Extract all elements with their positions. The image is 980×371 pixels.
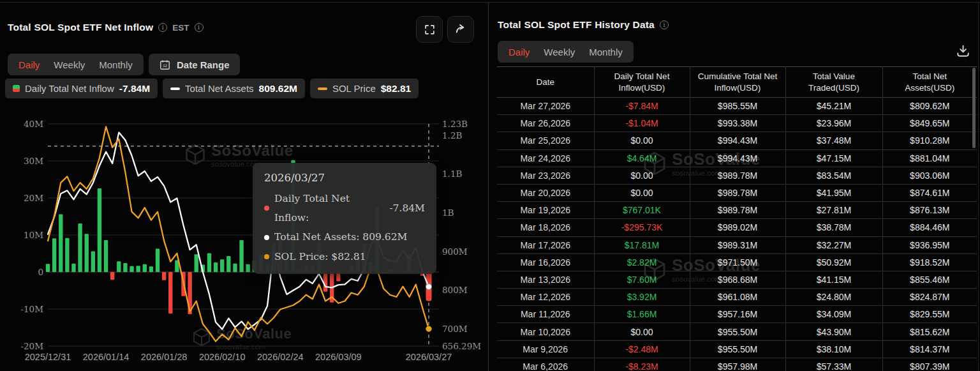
right-axis-tick: 800M [442,285,468,295]
download-icon [955,43,971,59]
cumulative-cell: $957.98M [690,358,785,371]
date-cell: Mar 9,2026 [497,340,594,358]
calendar-icon: 12 [159,59,171,71]
date-cell: Mar 26,2026 [497,115,594,132]
inflow-bar [149,266,153,272]
inflow-cell: $7.60M [594,271,690,288]
assets-cell: $874.61M [882,184,977,201]
traded-cell: $37.48M [785,132,882,149]
cumulative-cell: $985.55M [690,98,785,115]
inflow-bar [123,263,127,272]
legend-item-price[interactable]: SOL Price $82.81 [310,79,419,98]
table-row: Mar 19,2026$767.01K$989.78M$27.81M$876.1… [497,202,977,219]
inflow-bar [239,240,243,272]
assets-cell: $910.28M [882,132,977,149]
download-button[interactable] [955,43,971,61]
inflow-bar [323,272,327,292]
cumulative-cell: $989.78M [690,167,785,184]
timezone-info-icon[interactable]: i [195,23,204,32]
inflow-bar [130,266,133,272]
date-cell: Mar 10,2026 [497,323,594,340]
assets-cell: $807.39M [882,358,977,371]
inflow-bar [59,215,63,272]
inflow-cell: $0.00 [594,167,690,184]
page-title: Total SOL Spot ETF Net Inflow [8,22,153,33]
net-inflow-panel: Total SOL Spot ETF Net Inflow i EST i Da… [0,3,488,371]
share-icon [454,23,467,36]
date-cell: Mar 12,2026 [497,289,594,306]
assets-cell: $876.13M [882,202,977,219]
table-row: Mar 13,2026$7.60M$968.68M$41.15M$855.46M [497,271,977,288]
cumulative-cell: $989.02M [690,219,785,236]
left-axis-tick: 10M [24,230,43,240]
right-panel-header: Total SOL Spot ETF History Data i [498,19,669,31]
fullscreen-button[interactable] [416,16,443,43]
tooltip-row: Total Net Assets: 809.62M [264,227,425,246]
assets-cell: $809.62M [882,98,977,115]
inflow-bar [233,264,237,272]
right-axis-tick: 1.2B [442,130,462,140]
right-axis-tick: 1B [442,208,454,218]
tab-monthly[interactable]: Monthly [582,47,630,57]
sosovalue-dashboard: Total SOL Spot ETF Net Inflow i EST i Da… [0,0,980,371]
tab-weekly[interactable]: Weekly [47,59,92,70]
date-cell: Mar 24,2026 [497,149,594,167]
table-row: Mar 6,2026-$8.23M$957.98M$57.33M$807.39M [497,358,977,371]
cumulative-cell: $955.50M [690,323,785,340]
date-cell: Mar 20,2026 [497,184,594,201]
price-end-marker [426,326,432,332]
inflow-bar [104,240,108,272]
info-icon[interactable]: i [158,23,167,32]
inflow-cell: -$2.48M [594,340,690,358]
inflow-cell: -$7.84M [594,98,690,115]
x-axis-tick: 2026/01/14 [83,352,130,362]
traded-cell: $38.10M [785,340,882,358]
traded-cell: $57.33M [785,358,882,371]
date-cell: Mar 16,2026 [497,254,594,271]
traded-cell: $27.81M [785,202,882,219]
tooltip-date: 2026/03/27 [264,172,425,184]
chart-period-tabs: Daily Weekly Monthly [8,54,144,75]
inflow-bar [78,223,82,272]
tab-daily[interactable]: Daily [11,59,47,70]
inflow-bar [52,238,56,272]
assets-cell: $881.04M [882,149,977,167]
history-table-container: DateDaily Total Net Inflow(USD)Cumulativ… [497,66,977,371]
assets-cell: $936.95M [882,236,977,254]
traded-cell: $41.15M [785,271,882,288]
tab-monthly[interactable]: Monthly [92,59,140,70]
info-icon[interactable]: i [660,20,669,29]
cumulative-cell: $989.31M [690,236,785,254]
cumulative-cell: $994.43M [690,149,785,167]
traded-cell: $43.90M [785,323,882,340]
column-header: Daily Total Net Inflow(USD) [594,67,690,98]
tab-daily[interactable]: Daily [501,47,537,57]
legend-item-inflow[interactable]: Daily Total Net Inflow -7.84M [5,79,158,98]
assets-cell: $829.55M [882,306,977,323]
inflow-bar [143,264,147,272]
table-period-tabs: Daily Weekly Monthly [498,41,634,63]
legend-item-assets[interactable]: Total Net Assets 809.62M [163,79,305,98]
traded-cell: $83.54M [785,167,882,184]
share-button[interactable] [447,16,474,43]
assets-cell: $903.06M [882,167,977,184]
fullscreen-icon [424,24,436,36]
date-range-button[interactable]: 12 Date Range [149,54,240,75]
tooltip-row: Daily Total Net Inflow: -7.84M [264,189,425,227]
inflow-bar [110,272,114,280]
inflow-cell: $2.82M [594,254,690,271]
table-row: Mar 16,2026$2.82M$971.50M$50.92M$918.52M [497,254,977,271]
inflow-bar [207,253,211,272]
assets-cell: $918.52M [882,254,977,271]
date-cell: Mar 18,2026 [497,219,594,236]
x-axis-tick: 2026/03/09 [315,352,362,362]
cumulative-cell: $993.38M [690,115,785,132]
table-row: Mar 23,2026$0.00$989.78M$83.54M$903.06M [497,167,977,184]
assets-cell: $824.87M [882,289,977,306]
table-scrollbar[interactable] [972,68,976,148]
chart-legend: Daily Total Net Inflow -7.84M Total Net … [5,79,419,98]
legend-value: $82.81 [381,83,411,95]
tab-weekly[interactable]: Weekly [537,47,582,57]
date-cell: Mar 19,2026 [497,202,594,219]
inflow-bar [85,234,89,272]
